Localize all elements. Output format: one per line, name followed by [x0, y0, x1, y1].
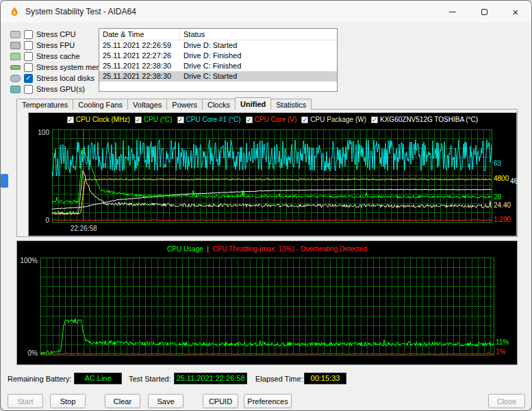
stress-option[interactable]: ✓Stress local disks — [10, 73, 113, 84]
legend-checkbox[interactable]: ✓ — [246, 116, 253, 123]
legend-checkbox[interactable]: ✓ — [135, 116, 142, 123]
legend-label: CPU (°C) — [144, 116, 173, 123]
log-column-status: Status — [180, 29, 337, 40]
log-status: Drive D: Finished — [180, 51, 337, 61]
log-row[interactable]: 25.11.2021 22:27:26Drive D: Finished — [99, 51, 337, 61]
log-datetime: 25.11.2021 22:26:59 — [99, 40, 180, 51]
window-controls: × — [437, 1, 531, 23]
stress-option-label: Stress cache — [36, 52, 80, 60]
legend-label: CPU Package (W) — [310, 116, 366, 123]
preferences-button[interactable]: Preferences — [244, 394, 292, 408]
tab-temperatures[interactable]: Temperatures — [16, 99, 73, 110]
log-datetime: 25.11.2021 22:38:30 — [99, 61, 180, 71]
series-cpu-core-v- — [52, 220, 492, 221]
legend-label: CPU Clock (MHz) — [76, 116, 130, 123]
log-status: Drive C: Started — [180, 71, 337, 82]
svg-text:24.40: 24.40 — [494, 201, 511, 209]
checkbox[interactable] — [24, 41, 33, 50]
elapsed-label: Elapsed Time: — [255, 375, 303, 383]
title-part: | — [203, 245, 213, 253]
tab-cooling-fans[interactable]: Cooling Fans — [73, 99, 128, 110]
event-log-rows: 25.11.2021 22:26:59Drive D: Started25.11… — [99, 40, 337, 82]
cache-icon — [10, 53, 21, 60]
log-row[interactable]: 25.11.2021 22:38:30Drive C: Finished — [99, 61, 337, 71]
legend-item: ✓KXG60ZNV512G TOSHIBA (°C) — [371, 116, 478, 123]
stress-option-label: Stress CPU — [36, 30, 75, 38]
cpuid-button[interactable]: CPUID — [203, 394, 238, 408]
grid-lines — [52, 129, 492, 222]
event-log-header: Date & Time Status — [99, 29, 337, 40]
minimize-button[interactable] — [437, 1, 468, 23]
checkbox[interactable]: ✓ — [24, 74, 33, 83]
log-status: Drive D: Started — [180, 40, 337, 51]
stress-option-label: Stress FPU — [36, 41, 75, 49]
close-icon: × — [513, 7, 519, 17]
window-title: System Stability Test - AIDA64 — [25, 7, 136, 16]
start-button[interactable]: Start — [8, 394, 43, 408]
svg-text:100: 100 — [38, 129, 49, 136]
svg-text:0%: 0% — [28, 349, 38, 357]
tab-unified[interactable]: Unified — [235, 97, 271, 110]
cpu-icon — [10, 31, 21, 38]
stress-option[interactable]: Stress FPU — [10, 40, 113, 51]
close-window-button[interactable]: Close — [488, 394, 525, 408]
stop-button[interactable]: Stop — [50, 394, 86, 408]
close-button[interactable]: × — [500, 1, 531, 23]
test-started-value: 25.11.2021 22:26:58 — [174, 373, 247, 384]
stress-option[interactable]: Stress GPU(s) — [10, 84, 113, 95]
tab-powers[interactable]: Powers — [166, 99, 203, 110]
tab-statistics[interactable]: Statistics — [270, 99, 312, 110]
checkbox[interactable] — [24, 52, 33, 61]
maximize-button[interactable] — [468, 1, 500, 23]
titlebar: System Stability Test - AIDA64 × — [1, 1, 531, 23]
checkbox[interactable] — [24, 85, 33, 94]
stress-option[interactable]: Stress system memory — [10, 62, 113, 73]
checkbox[interactable] — [24, 30, 33, 39]
log-datetime: 25.11.2021 22:27:26 — [99, 51, 180, 61]
clear-button[interactable]: Clear — [105, 394, 140, 408]
legend-checkbox[interactable]: ✓ — [177, 116, 184, 123]
blue-accent-indicator — [1, 174, 8, 188]
grid-lines — [40, 258, 494, 355]
svg-text:11%: 11% — [496, 338, 509, 346]
unified-plot: 1000634800462824.401.29022:26:58 — [29, 113, 518, 237]
legend-item: ✓CPU Core (V) — [246, 116, 297, 123]
fpu-icon — [10, 42, 21, 49]
stress-option-label: Stress GPU(s) — [36, 85, 85, 93]
tab-clocks[interactable]: Clocks — [202, 99, 236, 110]
legend-checkbox[interactable]: ✓ — [371, 116, 378, 123]
legend-label: KXG60ZNV512G TOSHIBA (°C) — [380, 116, 478, 123]
log-row[interactable]: 25.11.2021 22:38:30Drive C: Started — [99, 71, 337, 82]
battery-value: AC Line — [74, 373, 122, 384]
battery-label: Remaining Battery: — [8, 375, 72, 383]
event-log[interactable]: Date & Time Status 25.11.2021 22:26:59Dr… — [99, 28, 338, 92]
chart-legend: ✓CPU Clock (MHz)✓CPU (°C)✓CPU Core #1 (°… — [29, 116, 516, 123]
series-cpu-package-w- — [52, 171, 492, 214]
svg-text:1%: 1% — [496, 348, 506, 356]
legend-item: ✓CPU Package (W) — [301, 116, 366, 123]
disk-icon — [10, 75, 21, 82]
legend-item: ✓CPU Core #1 (°C) — [177, 116, 241, 123]
legend-label: CPU Core #1 (°C) — [186, 116, 241, 123]
tab-bar: TemperaturesCooling FansVoltagesPowersCl… — [16, 97, 311, 110]
save-button[interactable]: Save — [148, 394, 183, 408]
stress-option-label: Stress local disks — [36, 74, 94, 82]
title-part: CPU Throttling (max: 10%) - Overheating … — [213, 245, 367, 253]
svg-text:1.290: 1.290 — [494, 216, 511, 223]
legend-item: ✓CPU (°C) — [135, 116, 173, 123]
tab-voltages[interactable]: Voltages — [127, 99, 167, 110]
log-column-datetime: Date & Time — [99, 29, 180, 40]
log-row[interactable]: 25.11.2021 22:26:59Drive D: Started — [99, 40, 337, 51]
checkbox[interactable] — [24, 63, 33, 72]
svg-text:22:26:58: 22:26:58 — [71, 225, 97, 232]
test-started-label: Test Started: — [129, 375, 171, 383]
elapsed-value: 00:15:33 — [304, 373, 346, 384]
cpu-usage-plot: 100%0%11%1% — [17, 241, 518, 366]
svg-text:63: 63 — [494, 160, 502, 167]
stress-options: Stress CPUStress FPUStress cacheStress s… — [10, 29, 113, 95]
stress-option[interactable]: Stress cache — [10, 51, 113, 62]
legend-checkbox[interactable]: ✓ — [301, 116, 308, 123]
stress-option[interactable]: Stress CPU — [10, 29, 113, 40]
series-cpu-core-1-c- — [52, 140, 492, 177]
legend-checkbox[interactable]: ✓ — [67, 116, 74, 123]
